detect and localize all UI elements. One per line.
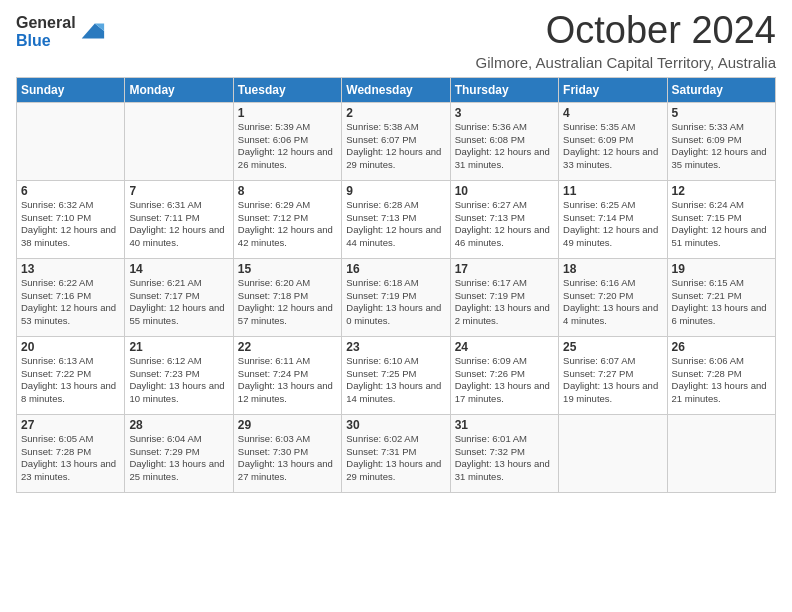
- day-cell: 12Sunrise: 6:24 AM Sunset: 7:15 PM Dayli…: [667, 180, 775, 258]
- week-row-2: 6Sunrise: 6:32 AM Sunset: 7:10 PM Daylig…: [17, 180, 776, 258]
- day-info: Sunrise: 6:15 AM Sunset: 7:21 PM Dayligh…: [672, 277, 771, 328]
- calendar-header: Sunday Monday Tuesday Wednesday Thursday…: [17, 77, 776, 102]
- day-number: 21: [129, 340, 228, 354]
- day-number: 9: [346, 184, 445, 198]
- day-cell: 21Sunrise: 6:12 AM Sunset: 7:23 PM Dayli…: [125, 336, 233, 414]
- calendar-table: Sunday Monday Tuesday Wednesday Thursday…: [16, 77, 776, 493]
- logo: General Blue: [16, 14, 106, 49]
- day-number: 11: [563, 184, 662, 198]
- calendar-body: 1Sunrise: 5:39 AM Sunset: 6:06 PM Daylig…: [17, 102, 776, 492]
- day-cell: 26Sunrise: 6:06 AM Sunset: 7:28 PM Dayli…: [667, 336, 775, 414]
- day-number: 7: [129, 184, 228, 198]
- day-cell: 3Sunrise: 5:36 AM Sunset: 6:08 PM Daylig…: [450, 102, 558, 180]
- day-info: Sunrise: 5:35 AM Sunset: 6:09 PM Dayligh…: [563, 121, 662, 172]
- col-tuesday: Tuesday: [233, 77, 341, 102]
- day-cell: 10Sunrise: 6:27 AM Sunset: 7:13 PM Dayli…: [450, 180, 558, 258]
- month-title: October 2024: [476, 10, 776, 52]
- col-saturday: Saturday: [667, 77, 775, 102]
- day-info: Sunrise: 6:10 AM Sunset: 7:25 PM Dayligh…: [346, 355, 445, 406]
- col-thursday: Thursday: [450, 77, 558, 102]
- day-number: 28: [129, 418, 228, 432]
- day-cell: [559, 414, 667, 492]
- day-cell: 18Sunrise: 6:16 AM Sunset: 7:20 PM Dayli…: [559, 258, 667, 336]
- day-cell: 31Sunrise: 6:01 AM Sunset: 7:32 PM Dayli…: [450, 414, 558, 492]
- day-cell: 4Sunrise: 5:35 AM Sunset: 6:09 PM Daylig…: [559, 102, 667, 180]
- day-number: 18: [563, 262, 662, 276]
- day-info: Sunrise: 6:22 AM Sunset: 7:16 PM Dayligh…: [21, 277, 120, 328]
- day-cell: 20Sunrise: 6:13 AM Sunset: 7:22 PM Dayli…: [17, 336, 125, 414]
- day-info: Sunrise: 6:04 AM Sunset: 7:29 PM Dayligh…: [129, 433, 228, 484]
- day-info: Sunrise: 6:29 AM Sunset: 7:12 PM Dayligh…: [238, 199, 337, 250]
- day-info: Sunrise: 6:06 AM Sunset: 7:28 PM Dayligh…: [672, 355, 771, 406]
- header: General Blue October 2024 Gilmore, Austr…: [16, 10, 776, 71]
- day-number: 13: [21, 262, 120, 276]
- day-info: Sunrise: 6:27 AM Sunset: 7:13 PM Dayligh…: [455, 199, 554, 250]
- day-number: 26: [672, 340, 771, 354]
- calendar-page: General Blue October 2024 Gilmore, Austr…: [0, 0, 792, 612]
- day-cell: 13Sunrise: 6:22 AM Sunset: 7:16 PM Dayli…: [17, 258, 125, 336]
- day-cell: 25Sunrise: 6:07 AM Sunset: 7:27 PM Dayli…: [559, 336, 667, 414]
- day-number: 4: [563, 106, 662, 120]
- day-number: 19: [672, 262, 771, 276]
- day-number: 31: [455, 418, 554, 432]
- header-row: Sunday Monday Tuesday Wednesday Thursday…: [17, 77, 776, 102]
- day-number: 15: [238, 262, 337, 276]
- day-info: Sunrise: 5:38 AM Sunset: 6:07 PM Dayligh…: [346, 121, 445, 172]
- day-info: Sunrise: 6:31 AM Sunset: 7:11 PM Dayligh…: [129, 199, 228, 250]
- day-number: 25: [563, 340, 662, 354]
- day-number: 1: [238, 106, 337, 120]
- day-info: Sunrise: 6:16 AM Sunset: 7:20 PM Dayligh…: [563, 277, 662, 328]
- logo-icon: [78, 18, 106, 46]
- day-cell: [17, 102, 125, 180]
- day-cell: 28Sunrise: 6:04 AM Sunset: 7:29 PM Dayli…: [125, 414, 233, 492]
- day-cell: 30Sunrise: 6:02 AM Sunset: 7:31 PM Dayli…: [342, 414, 450, 492]
- day-cell: 17Sunrise: 6:17 AM Sunset: 7:19 PM Dayli…: [450, 258, 558, 336]
- logo-general: General: [16, 14, 76, 32]
- logo-text: General Blue: [16, 14, 76, 49]
- day-cell: 9Sunrise: 6:28 AM Sunset: 7:13 PM Daylig…: [342, 180, 450, 258]
- day-cell: 7Sunrise: 6:31 AM Sunset: 7:11 PM Daylig…: [125, 180, 233, 258]
- day-info: Sunrise: 6:03 AM Sunset: 7:30 PM Dayligh…: [238, 433, 337, 484]
- day-info: Sunrise: 6:25 AM Sunset: 7:14 PM Dayligh…: [563, 199, 662, 250]
- day-cell: 24Sunrise: 6:09 AM Sunset: 7:26 PM Dayli…: [450, 336, 558, 414]
- day-cell: 11Sunrise: 6:25 AM Sunset: 7:14 PM Dayli…: [559, 180, 667, 258]
- day-info: Sunrise: 6:21 AM Sunset: 7:17 PM Dayligh…: [129, 277, 228, 328]
- day-info: Sunrise: 6:05 AM Sunset: 7:28 PM Dayligh…: [21, 433, 120, 484]
- day-info: Sunrise: 6:12 AM Sunset: 7:23 PM Dayligh…: [129, 355, 228, 406]
- day-cell: 15Sunrise: 6:20 AM Sunset: 7:18 PM Dayli…: [233, 258, 341, 336]
- col-friday: Friday: [559, 77, 667, 102]
- week-row-5: 27Sunrise: 6:05 AM Sunset: 7:28 PM Dayli…: [17, 414, 776, 492]
- day-info: Sunrise: 6:02 AM Sunset: 7:31 PM Dayligh…: [346, 433, 445, 484]
- day-info: Sunrise: 6:11 AM Sunset: 7:24 PM Dayligh…: [238, 355, 337, 406]
- day-cell: 2Sunrise: 5:38 AM Sunset: 6:07 PM Daylig…: [342, 102, 450, 180]
- day-cell: 27Sunrise: 6:05 AM Sunset: 7:28 PM Dayli…: [17, 414, 125, 492]
- day-cell: 19Sunrise: 6:15 AM Sunset: 7:21 PM Dayli…: [667, 258, 775, 336]
- day-number: 6: [21, 184, 120, 198]
- day-number: 8: [238, 184, 337, 198]
- day-number: 29: [238, 418, 337, 432]
- day-info: Sunrise: 5:39 AM Sunset: 6:06 PM Dayligh…: [238, 121, 337, 172]
- day-cell: [667, 414, 775, 492]
- day-cell: 5Sunrise: 5:33 AM Sunset: 6:09 PM Daylig…: [667, 102, 775, 180]
- day-cell: [125, 102, 233, 180]
- day-cell: 6Sunrise: 6:32 AM Sunset: 7:10 PM Daylig…: [17, 180, 125, 258]
- day-cell: 22Sunrise: 6:11 AM Sunset: 7:24 PM Dayli…: [233, 336, 341, 414]
- day-info: Sunrise: 6:13 AM Sunset: 7:22 PM Dayligh…: [21, 355, 120, 406]
- location-title: Gilmore, Australian Capital Territory, A…: [476, 54, 776, 71]
- week-row-3: 13Sunrise: 6:22 AM Sunset: 7:16 PM Dayli…: [17, 258, 776, 336]
- day-number: 3: [455, 106, 554, 120]
- week-row-4: 20Sunrise: 6:13 AM Sunset: 7:22 PM Dayli…: [17, 336, 776, 414]
- day-number: 17: [455, 262, 554, 276]
- day-cell: 23Sunrise: 6:10 AM Sunset: 7:25 PM Dayli…: [342, 336, 450, 414]
- day-info: Sunrise: 6:01 AM Sunset: 7:32 PM Dayligh…: [455, 433, 554, 484]
- week-row-1: 1Sunrise: 5:39 AM Sunset: 6:06 PM Daylig…: [17, 102, 776, 180]
- day-cell: 14Sunrise: 6:21 AM Sunset: 7:17 PM Dayli…: [125, 258, 233, 336]
- col-monday: Monday: [125, 77, 233, 102]
- day-cell: 8Sunrise: 6:29 AM Sunset: 7:12 PM Daylig…: [233, 180, 341, 258]
- logo-blue: Blue: [16, 32, 76, 50]
- title-block: October 2024 Gilmore, Australian Capital…: [476, 10, 776, 71]
- day-number: 30: [346, 418, 445, 432]
- day-number: 23: [346, 340, 445, 354]
- day-number: 10: [455, 184, 554, 198]
- day-info: Sunrise: 5:36 AM Sunset: 6:08 PM Dayligh…: [455, 121, 554, 172]
